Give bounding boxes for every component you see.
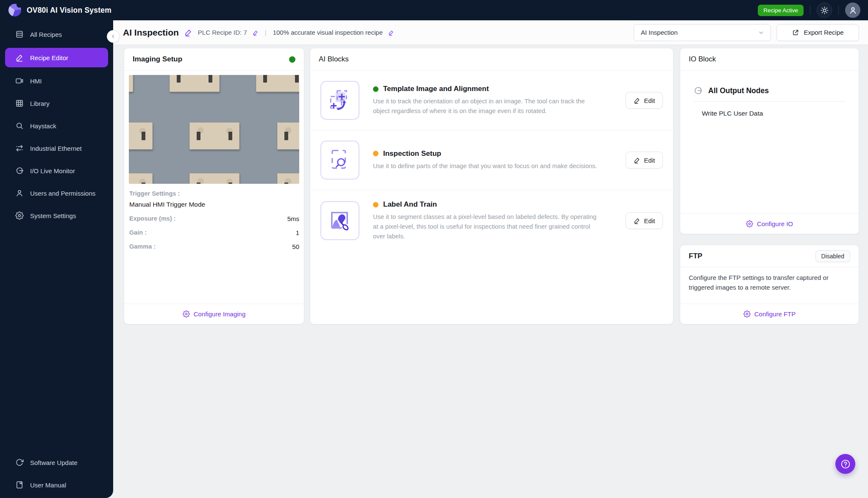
person-icon xyxy=(849,6,857,15)
sidebar: All Recipes Recipe Editor HMI Library Ha… xyxy=(0,20,113,498)
edit-plc-id-icon[interactable] xyxy=(253,30,259,36)
pencil-icon xyxy=(634,157,640,163)
gain-row: Gain : 1 xyxy=(129,229,299,236)
camera-preview-image xyxy=(129,75,299,184)
sidebar-item-user-manual[interactable]: User Manual xyxy=(5,476,108,494)
sidebar-item-label: System Settings xyxy=(30,212,76,219)
gear-icon xyxy=(743,310,751,318)
recipes-list-icon xyxy=(15,30,24,39)
sidebar-item-label: Library xyxy=(30,100,50,107)
pencil-icon xyxy=(634,217,640,224)
ai-blocks-title: AI Blocks xyxy=(319,55,349,64)
theme-toggle-button[interactable] xyxy=(817,3,832,18)
template-alignment-icon xyxy=(320,81,359,120)
sidebar-item-hmi[interactable]: HMI xyxy=(5,72,108,90)
sidebar-collapse-button[interactable] xyxy=(107,30,120,43)
sidebar-item-haystack[interactable]: Haystack xyxy=(5,117,108,135)
edit-template-alignment-button[interactable]: Edit xyxy=(626,92,663,109)
configure-imaging-button[interactable]: Configure Imaging xyxy=(124,304,304,324)
sidebar-item-label: Recipe Editor xyxy=(30,54,68,61)
help-button[interactable] xyxy=(835,454,855,474)
export-recipe-label: Export Recipe xyxy=(804,29,843,36)
topbar-divider xyxy=(838,6,839,15)
sample-part xyxy=(129,173,153,184)
export-recipe-button[interactable]: Export Recipe xyxy=(776,24,859,41)
block-row-label-and-train: Label And Train Use it to segment classe… xyxy=(310,190,673,252)
ethernet-arrows-icon xyxy=(15,144,24,152)
block-title: Template Image and Alignment xyxy=(383,85,489,93)
hmi-screen-icon xyxy=(15,77,24,85)
ai-blocks-card: AI Blocks Template Image and Alignment xyxy=(310,48,673,324)
edit-title-icon[interactable] xyxy=(184,28,192,36)
gear-icon xyxy=(183,310,190,318)
plc-recipe-id: PLC Recipe ID: 7 xyxy=(198,29,247,36)
gain-value: 1 xyxy=(296,229,299,236)
sample-part xyxy=(189,173,239,184)
block-info: Inspection Setup Use it to define parts … xyxy=(373,149,608,171)
pencil-icon xyxy=(15,53,24,62)
recipe-description: 100% accurate visual inspection recipe xyxy=(273,29,383,36)
header-separator: | xyxy=(265,29,267,36)
refresh-icon xyxy=(15,458,24,467)
question-icon xyxy=(840,459,851,470)
io-monitor-icon xyxy=(15,166,24,175)
block-status-dot xyxy=(373,151,378,156)
sample-part xyxy=(129,122,153,149)
imaging-setup-title: Imaging Setup xyxy=(133,55,182,64)
ftp-description: Configure the FTP settings to transfer c… xyxy=(680,267,859,292)
sample-part xyxy=(189,122,239,149)
gamma-label: Gamma : xyxy=(129,243,156,250)
sidebar-item-library[interactable]: Library xyxy=(5,94,108,112)
block-status-dot xyxy=(373,202,378,208)
exposure-value: 5ms xyxy=(287,215,299,222)
edit-description-icon[interactable] xyxy=(388,30,394,36)
output-nodes-icon xyxy=(693,86,703,95)
block-row-inspection-setup: Inspection Setup Use it to define parts … xyxy=(310,130,673,190)
gear-icon xyxy=(746,220,753,227)
sidebar-item-software-update[interactable]: Software Update xyxy=(5,454,108,471)
page-header: AI Inspection PLC Recipe ID: 7 | 100% ac… xyxy=(113,20,868,45)
imaging-setup-header: Imaging Setup xyxy=(124,48,304,71)
sample-part xyxy=(129,75,133,92)
configure-ftp-button[interactable]: Configure FTP xyxy=(680,304,859,324)
sidebar-item-system-settings[interactable]: System Settings xyxy=(5,207,108,224)
block-title: Inspection Setup xyxy=(383,149,441,158)
top-bar: OV80i AI Vision System Recipe Active xyxy=(0,0,868,20)
block-info: Template Image and Alignment Use it to t… xyxy=(373,85,608,116)
edit-label-and-train-button[interactable]: Edit xyxy=(626,212,663,229)
sidebar-item-io-live-monitor[interactable]: I/O Live Monitor xyxy=(5,162,108,180)
exposure-label: Exposure (ms) : xyxy=(129,215,176,222)
configure-io-label: Configure IO xyxy=(757,220,793,227)
sidebar-item-users-permissions[interactable]: Users and Permissions xyxy=(5,184,108,202)
edit-inspection-setup-button[interactable]: Edit xyxy=(626,152,663,169)
sample-part xyxy=(277,173,299,184)
user-avatar[interactable] xyxy=(845,3,860,18)
ftp-header: FTP Disabled xyxy=(680,245,859,267)
section-divider xyxy=(693,101,846,102)
recipe-select[interactable]: AI Inspection xyxy=(634,24,771,41)
block-title: Label And Train xyxy=(383,200,437,209)
sidebar-item-industrial-ethernet[interactable]: Industrial Ethernet xyxy=(5,139,108,157)
person-icon xyxy=(15,189,24,197)
chevron-left-icon xyxy=(110,33,116,39)
edit-label: Edit xyxy=(644,217,655,224)
sidebar-item-all-recipes[interactable]: All Recipes xyxy=(5,25,108,43)
output-nodes-section: All Output Nodes Write PLC User Data xyxy=(680,71,859,117)
sidebar-item-label: Haystack xyxy=(30,122,56,130)
configure-io-button[interactable]: Configure IO xyxy=(680,213,859,234)
sidebar-footer: Software Update User Manual xyxy=(0,454,113,494)
sample-part xyxy=(256,75,299,92)
app-title: OV80i AI Vision System xyxy=(27,6,111,15)
sidebar-item-label: Software Update xyxy=(30,459,78,466)
pencil-icon xyxy=(634,97,640,104)
imaging-setup-card: Imaging Setup Trigger Settings : Manual … xyxy=(124,48,304,324)
gamma-value: 50 xyxy=(292,243,299,250)
sidebar-item-label: User Manual xyxy=(30,481,66,489)
ftp-card: FTP Disabled Configure the FTP settings … xyxy=(680,245,859,324)
gear-icon xyxy=(15,211,24,220)
topbar-divider xyxy=(810,6,810,15)
export-icon xyxy=(792,29,799,36)
output-node-item: Write PLC User Data xyxy=(702,110,846,117)
gain-label: Gain : xyxy=(129,229,147,236)
sidebar-item-recipe-editor[interactable]: Recipe Editor xyxy=(5,48,108,67)
